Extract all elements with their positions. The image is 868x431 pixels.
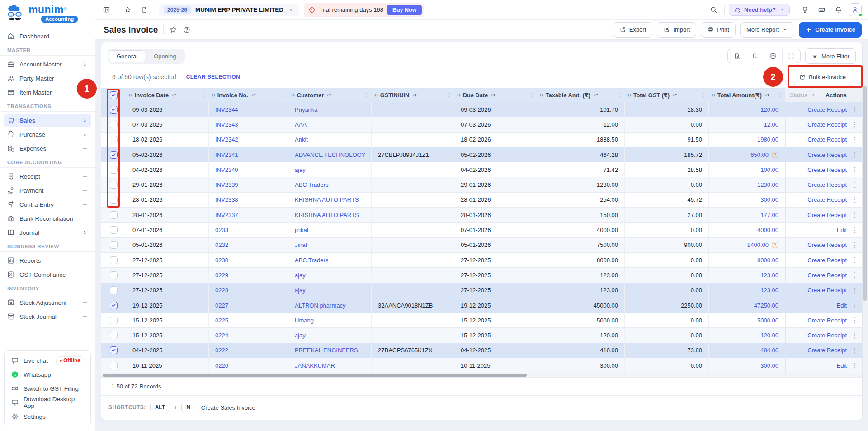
customer-link[interactable]: KRISHNA AUTO PARTS — [295, 212, 359, 218]
action-create-receipt-link[interactable]: Create Receipt — [807, 347, 847, 354]
customer-link[interactable]: ajay — [295, 166, 306, 173]
total-amount-link[interactable]: 4000.00 — [757, 227, 778, 233]
total-amount-link[interactable]: 47250.00 — [754, 302, 778, 309]
sidebar-item-journal[interactable]: Journal — [4, 226, 91, 239]
sidebar-item-live-chat[interactable]: Live chatOffline — [8, 354, 87, 367]
column-header-due-date[interactable]: ∷Due Date⋮ — [454, 88, 537, 102]
invoice-no-link[interactable]: 0225 — [215, 317, 228, 324]
customer-link[interactable]: jinkal — [295, 227, 308, 233]
invoice-no-link[interactable]: 0230 — [215, 257, 228, 264]
total-amount-link[interactable]: 177.00 — [760, 212, 778, 218]
customer-link[interactable]: PREEKAL ENGINEERS — [295, 347, 358, 354]
add-entry-button[interactable] — [746, 49, 764, 63]
sidebar-item-gst-compliance[interactable]: GST Compliance — [4, 268, 91, 281]
total-amount-link[interactable]: 484.00 — [760, 347, 778, 354]
action-create-receipt-link[interactable]: Create Receipt — [807, 272, 847, 279]
company-selector[interactable]: 2025-26 MUNIM ERP PRIVATE LIMITED — [159, 4, 299, 16]
invoice-no-link[interactable]: 0224 — [215, 332, 228, 339]
audit-log-button[interactable] — [728, 49, 746, 63]
column-resize-handle[interactable]: ⋮ — [201, 92, 206, 98]
total-amount-link[interactable]: 5000.00 — [757, 317, 778, 324]
bulk-einvoice-button[interactable]: Bulk e-Invoice — [793, 69, 852, 85]
row-checkbox[interactable] — [110, 286, 118, 294]
total-amount-link[interactable]: 1230.00 — [757, 181, 778, 188]
column-resize-handle[interactable]: ⋮ — [777, 92, 783, 98]
row-menu-button[interactable]: ⋮ — [851, 105, 859, 114]
recent-pages-button[interactable] — [138, 4, 151, 16]
invoice-no-link[interactable]: 0228 — [215, 287, 228, 294]
row-checkbox[interactable] — [110, 196, 118, 204]
row-checkbox[interactable] — [110, 332, 118, 339]
row-menu-button[interactable]: ⋮ — [851, 316, 859, 324]
invoice-no-link[interactable]: INV2341 — [215, 152, 238, 158]
sidebar-item-contra-entry[interactable]: Contra Entry — [4, 198, 91, 211]
need-help-button[interactable]: Need help? — [729, 4, 790, 16]
column-resize-handle[interactable]: ⋮ — [529, 92, 534, 98]
total-amount-link[interactable]: 650.00 — [750, 152, 769, 158]
print-button[interactable]: Print — [701, 22, 736, 38]
action-create-receipt-link[interactable]: Create Receipt — [807, 166, 847, 173]
customer-link[interactable]: Priyanka — [295, 106, 318, 113]
customer-link[interactable]: Jinal — [295, 242, 307, 248]
row-checkbox[interactable] — [110, 106, 118, 114]
sidebar-item-switch-to-gst-filing[interactable]: Switch to GST Filing — [8, 382, 87, 395]
column-header-total-amount[interactable]: ∷Total Amount(₹)⋮ — [709, 88, 785, 102]
row-menu-button[interactable]: ⋮ — [851, 241, 859, 249]
action-create-receipt-link[interactable]: Create Receipt — [807, 121, 847, 128]
action-create-receipt-link[interactable]: Create Receipt — [807, 242, 847, 248]
column-resize-handle[interactable]: ⋮ — [446, 92, 452, 98]
export-button[interactable]: Export — [613, 22, 653, 38]
total-amount-link[interactable]: 12.00 — [764, 121, 778, 128]
row-checkbox[interactable] — [110, 362, 118, 369]
total-amount-link[interactable]: 1980.00 — [757, 136, 778, 143]
sidebar-item-bank-reconciliation[interactable]: Bank Reconciliation — [4, 212, 91, 225]
row-checkbox[interactable] — [110, 151, 118, 159]
row-checkbox[interactable] — [110, 136, 118, 143]
sidebar-toggle-button[interactable] — [100, 4, 113, 16]
vertical-scrollbar-thumb[interactable] — [863, 86, 867, 301]
tab-general[interactable]: General — [109, 50, 145, 62]
action-create-receipt-link[interactable]: Create Receipt — [807, 257, 847, 264]
row-checkbox[interactable] — [110, 241, 118, 249]
search-button[interactable] — [708, 4, 720, 16]
action-create-receipt-link[interactable]: Create Receipt — [807, 287, 847, 294]
customer-link[interactable]: JANAKKUMAR — [295, 362, 335, 369]
row-menu-button[interactable]: ⋮ — [851, 346, 859, 355]
invoice-no-link[interactable]: INV2337 — [215, 212, 238, 218]
sidebar-item-sales[interactable]: Sales — [4, 114, 91, 127]
total-amount-link[interactable]: 8400.00 — [747, 242, 769, 248]
total-amount-link[interactable]: 300.00 — [760, 196, 778, 203]
customer-link[interactable]: ajay — [295, 272, 306, 279]
sidebar-item-settings[interactable]: Settings — [8, 410, 87, 423]
notifications-button[interactable] — [832, 4, 844, 16]
column-header-taxable-amt[interactable]: ∷Taxable Amt. (₹)⋮ — [537, 88, 625, 102]
action-create-receipt-link[interactable]: Create Receipt — [807, 136, 847, 143]
invoice-no-link[interactable]: INV2338 — [215, 196, 238, 203]
select-all-checkbox[interactable] — [110, 91, 118, 99]
row-checkbox[interactable] — [110, 181, 118, 189]
user-avatar-button[interactable] — [849, 3, 862, 16]
action-create-receipt-link[interactable]: Create Receipt — [807, 317, 847, 324]
customer-link[interactable]: ADVANCE TECHNOLOGY — [295, 152, 365, 158]
customer-link[interactable]: ABC Traders — [295, 257, 328, 264]
column-resize-handle[interactable]: ⋮ — [363, 92, 369, 98]
favorite-page-star-icon[interactable] — [169, 26, 177, 34]
buy-now-button[interactable]: Buy Now — [387, 5, 422, 15]
action-create-receipt-link[interactable]: Create Receipt — [807, 152, 847, 158]
invoice-no-link[interactable]: INV2343 — [215, 121, 238, 128]
row-checkbox[interactable] — [110, 166, 118, 174]
row-menu-button[interactable]: ⋮ — [851, 226, 859, 234]
invoice-no-link[interactable]: INV2340 — [215, 166, 238, 173]
fullscreen-button[interactable] — [782, 49, 800, 63]
action-create-receipt-link[interactable]: Create Receipt — [807, 212, 847, 218]
create-invoice-button[interactable]: Create Invoice — [799, 22, 862, 38]
column-resize-handle[interactable]: ⋮ — [280, 92, 286, 98]
customer-link[interactable]: Umang — [295, 317, 314, 324]
row-checkbox[interactable] — [110, 317, 118, 324]
total-amount-link[interactable]: 120.00 — [760, 106, 778, 113]
row-menu-button[interactable]: ⋮ — [851, 181, 859, 189]
invoice-no-link[interactable]: 0220 — [215, 362, 228, 369]
customer-link[interactable]: ajay — [295, 332, 306, 339]
customer-link[interactable]: AAA — [295, 121, 307, 128]
row-checkbox[interactable] — [110, 302, 118, 309]
